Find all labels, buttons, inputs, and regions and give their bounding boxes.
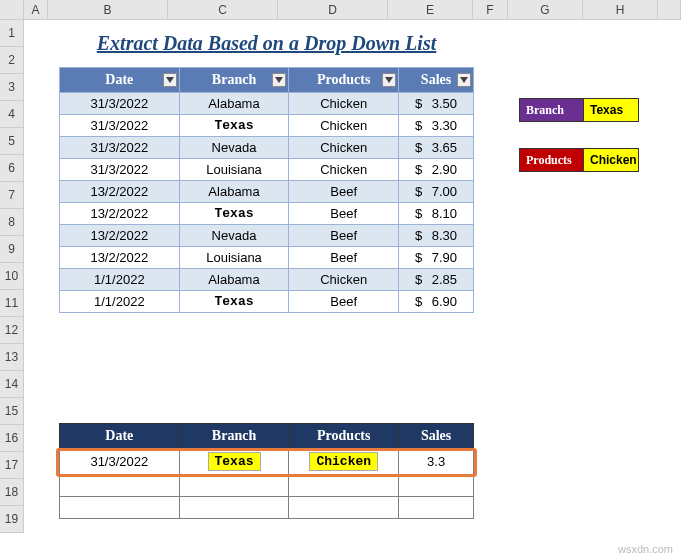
- table-row[interactable]: 1/1/2022TexasBeef$6.90: [60, 291, 474, 313]
- cell-product[interactable]: Chicken: [289, 93, 399, 115]
- filter-icon[interactable]: [382, 73, 396, 87]
- cell-product[interactable]: Chicken: [289, 159, 399, 181]
- cell-product[interactable]: Beef: [289, 247, 399, 269]
- col-header-E[interactable]: E: [388, 0, 473, 19]
- empty-cell[interactable]: [60, 497, 180, 519]
- row-header-13[interactable]: 13: [0, 344, 24, 371]
- cell-sales[interactable]: $8.30: [399, 225, 474, 247]
- header-products[interactable]: Products: [289, 68, 399, 93]
- col-header-B[interactable]: B: [48, 0, 168, 19]
- cell-sales[interactable]: $7.00: [399, 181, 474, 203]
- result-cell-product[interactable]: Chicken: [289, 449, 399, 475]
- table-row[interactable]: 31/3/2022TexasChicken$3.30: [60, 115, 474, 137]
- row-header-8[interactable]: 8: [0, 209, 24, 236]
- row-header-15[interactable]: 15: [0, 398, 24, 425]
- row-header-7[interactable]: 7: [0, 182, 24, 209]
- cell-branch[interactable]: Texas: [179, 115, 289, 137]
- cell-product[interactable]: Chicken: [289, 137, 399, 159]
- cell-sales[interactable]: $2.90: [399, 159, 474, 181]
- row-header-18[interactable]: 18: [0, 479, 24, 506]
- cell-date[interactable]: 31/3/2022: [60, 115, 180, 137]
- cell-sales[interactable]: $3.30: [399, 115, 474, 137]
- cell-branch[interactable]: Alabama: [179, 93, 289, 115]
- result-row[interactable]: 31/3/2022TexasChicken3.3: [60, 449, 474, 475]
- cell-branch[interactable]: Texas: [179, 203, 289, 225]
- result-row[interactable]: [60, 475, 474, 497]
- cell-product[interactable]: Beef: [289, 225, 399, 247]
- cell-branch[interactable]: Nevada: [179, 225, 289, 247]
- row-header-11[interactable]: 11: [0, 290, 24, 317]
- table-row[interactable]: 31/3/2022AlabamaChicken$3.50: [60, 93, 474, 115]
- table-row[interactable]: 13/2/2022LouisianaBeef$7.90: [60, 247, 474, 269]
- row-header-1[interactable]: 1: [0, 20, 24, 47]
- cell-sales[interactable]: $3.50: [399, 93, 474, 115]
- row-header-9[interactable]: 9: [0, 236, 24, 263]
- row-header-5[interactable]: 5: [0, 128, 24, 155]
- col-header-C[interactable]: C: [168, 0, 278, 19]
- cell-date[interactable]: 1/1/2022: [60, 269, 180, 291]
- cell-product[interactable]: Chicken: [289, 115, 399, 137]
- row-header-16[interactable]: 16: [0, 425, 24, 452]
- table-row[interactable]: 31/3/2022LouisianaChicken$2.90: [60, 159, 474, 181]
- row-header-14[interactable]: 14: [0, 371, 24, 398]
- cell-product[interactable]: Beef: [289, 181, 399, 203]
- cell-date[interactable]: 31/3/2022: [60, 137, 180, 159]
- header-branch[interactable]: Branch: [179, 68, 289, 93]
- cell-date[interactable]: 13/2/2022: [60, 225, 180, 247]
- cell-branch[interactable]: Alabama: [179, 181, 289, 203]
- filter-icon[interactable]: [457, 73, 471, 87]
- header-sales[interactable]: Sales: [399, 68, 474, 93]
- row-header-6[interactable]: 6: [0, 155, 24, 182]
- table-row[interactable]: 13/2/2022NevadaBeef$8.30: [60, 225, 474, 247]
- cell-date[interactable]: 13/2/2022: [60, 247, 180, 269]
- row-header-10[interactable]: 10: [0, 263, 24, 290]
- col-header-G[interactable]: G: [508, 0, 583, 19]
- col-header-D[interactable]: D: [278, 0, 388, 19]
- empty-cell[interactable]: [289, 497, 399, 519]
- table-row[interactable]: 1/1/2022AlabamaChicken$2.85: [60, 269, 474, 291]
- filter-icon[interactable]: [163, 73, 177, 87]
- result-cell-date[interactable]: 31/3/2022: [60, 449, 180, 475]
- empty-cell[interactable]: [399, 475, 474, 497]
- filter-icon[interactable]: [272, 73, 286, 87]
- col-header-F[interactable]: F: [473, 0, 508, 19]
- cell-date[interactable]: 13/2/2022: [60, 203, 180, 225]
- cell-branch[interactable]: Alabama: [179, 269, 289, 291]
- row-header-19[interactable]: 19: [0, 506, 24, 533]
- cell-branch[interactable]: Louisiana: [179, 247, 289, 269]
- empty-cell[interactable]: [179, 497, 289, 519]
- col-header-H[interactable]: H: [583, 0, 658, 19]
- row-header-17[interactable]: 17: [0, 452, 24, 479]
- row-header-4[interactable]: 4: [0, 101, 24, 128]
- cell-product[interactable]: Beef: [289, 291, 399, 313]
- products-filter-value[interactable]: Chicken: [584, 148, 639, 172]
- header-date[interactable]: Date: [60, 68, 180, 93]
- cell-date[interactable]: 13/2/2022: [60, 181, 180, 203]
- cell-branch[interactable]: Texas: [179, 291, 289, 313]
- row-header-2[interactable]: 2: [0, 47, 24, 74]
- cell-sales[interactable]: $6.90: [399, 291, 474, 313]
- table-row[interactable]: 13/2/2022TexasBeef$8.10: [60, 203, 474, 225]
- table-row[interactable]: 31/3/2022NevadaChicken$3.65: [60, 137, 474, 159]
- result-cell-branch[interactable]: Texas: [179, 449, 289, 475]
- cell-sales[interactable]: $8.10: [399, 203, 474, 225]
- cell-product[interactable]: Beef: [289, 203, 399, 225]
- cell-date[interactable]: 31/3/2022: [60, 159, 180, 181]
- select-all-corner[interactable]: [0, 0, 24, 19]
- empty-cell[interactable]: [399, 497, 474, 519]
- result-cell-sales[interactable]: 3.3: [399, 449, 474, 475]
- branch-filter-value[interactable]: Texas: [584, 98, 639, 122]
- empty-cell[interactable]: [60, 475, 180, 497]
- col-header-A[interactable]: A: [24, 0, 48, 19]
- cell-sales[interactable]: $2.85: [399, 269, 474, 291]
- cell-date[interactable]: 31/3/2022: [60, 93, 180, 115]
- cell-branch[interactable]: Nevada: [179, 137, 289, 159]
- cell-branch[interactable]: Louisiana: [179, 159, 289, 181]
- row-header-12[interactable]: 12: [0, 317, 24, 344]
- result-row[interactable]: [60, 497, 474, 519]
- table-row[interactable]: 13/2/2022AlabamaBeef$7.00: [60, 181, 474, 203]
- row-header-3[interactable]: 3: [0, 74, 24, 101]
- cell-sales[interactable]: $7.90: [399, 247, 474, 269]
- empty-cell[interactable]: [289, 475, 399, 497]
- cell-sales[interactable]: $3.65: [399, 137, 474, 159]
